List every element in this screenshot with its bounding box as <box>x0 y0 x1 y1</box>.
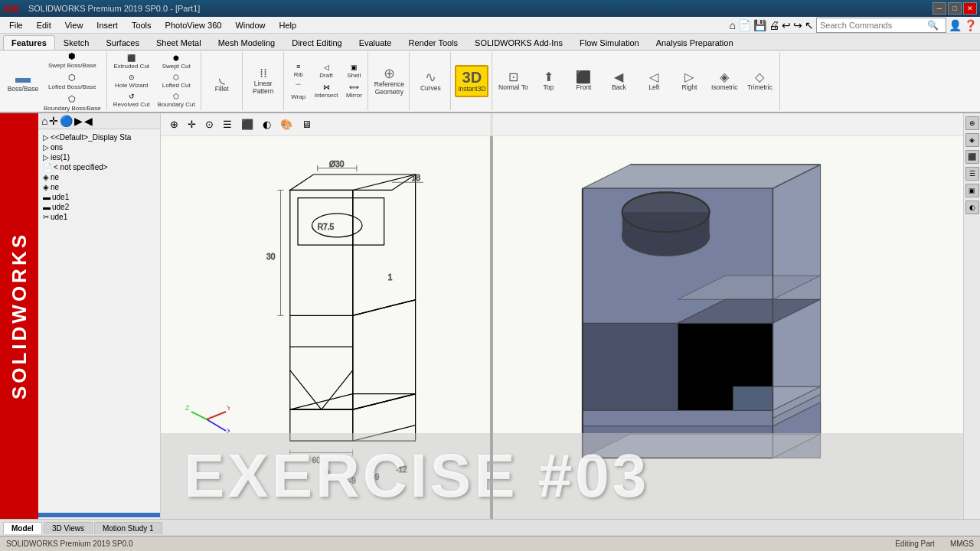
top-view-button[interactable]: ⬆ Top <box>531 70 565 93</box>
right-btn-6[interactable]: ◐ <box>965 201 979 214</box>
draft-button[interactable]: ◁ Draft <box>312 62 341 80</box>
status-units: MMGS <box>950 540 974 548</box>
select-icon[interactable]: ↖ <box>805 19 814 31</box>
tree-item-extrude2[interactable]: ▬ude2 <box>41 202 157 212</box>
tab-sw-addins[interactable]: SOLIDWORKS Add-Ins <box>466 35 571 50</box>
boundary-cut-button[interactable]: ⬠ Boundary Cut <box>155 91 198 109</box>
view-section-icon[interactable]: ⬛ <box>238 117 256 132</box>
menu-file[interactable]: File <box>3 19 29 31</box>
search-input[interactable] <box>820 21 927 30</box>
sidebar-icon3[interactable]: 🔵 <box>60 115 73 127</box>
tab-surfaces[interactable]: Surfaces <box>98 35 148 50</box>
tree-item-cut1[interactable]: ✂ude1 <box>41 212 157 222</box>
viewport[interactable]: ⊕ ✛ ⊙ ☰ ⬛ ◐ 🎨 🖥 <box>161 113 963 519</box>
ref-geometry-button[interactable]: ⊕ Reference Geometry <box>372 65 406 97</box>
view-plane-icon[interactable]: ◐ <box>260 117 274 132</box>
tab-sheet-metal[interactable]: Sheet Metal <box>148 35 210 50</box>
right-btn-5[interactable]: ▣ <box>965 184 979 197</box>
redo-icon[interactable]: ↪ <box>793 19 802 31</box>
resize-handle[interactable] <box>490 113 493 519</box>
tab-render-tools[interactable]: Render Tools <box>400 35 466 50</box>
view-fit-icon[interactable]: ⊙ <box>202 117 217 132</box>
tree-item-front-plane[interactable]: ◈ne <box>41 172 157 182</box>
sidebar-icon1[interactable]: ⌂ <box>41 115 47 127</box>
swept-cut-button[interactable]: ⬢ Swept Cut <box>155 53 198 71</box>
instant3d-button[interactable]: 3D Instant3D <box>455 65 488 97</box>
question-icon[interactable]: ❓ <box>964 19 977 31</box>
save-icon[interactable]: 💾 <box>753 19 766 31</box>
undo-icon[interactable]: ↩ <box>782 19 791 31</box>
lofted-cut-button[interactable]: ⬡ Lofted Cut <box>155 72 198 90</box>
tab-evaluate[interactable]: Evaluate <box>351 35 400 50</box>
sidebar: SOLIDWORKS ⌂ ✛ 🔵 ▶ ◀ ▷<<Default>_Display… <box>0 113 161 519</box>
view-appear-icon[interactable]: 🎨 <box>277 117 296 132</box>
tab-sketch[interactable]: Sketch <box>55 35 98 50</box>
tab-mesh-modeling[interactable]: Mesh Modeling <box>210 35 284 50</box>
back-view-button[interactable]: ◀ Back <box>602 70 635 93</box>
linear-pattern-button[interactable]: ⁞⁞ Linear Pattern <box>247 66 280 96</box>
sidebar-icon2[interactable]: ✛ <box>49 115 58 127</box>
boundary-boss-button[interactable]: ⬠ Boundary Boss/Base <box>41 93 103 113</box>
intersect-button[interactable]: ⋈ Intersect <box>312 82 341 100</box>
menu-photoview[interactable]: PhotoView 360 <box>159 19 228 31</box>
swept-boss-button[interactable]: ⬢ Swept Boss/Base <box>41 51 103 70</box>
tree-item-extrude1[interactable]: ▬ude1 <box>41 192 157 202</box>
tree-item-display[interactable]: ▷<<Default>_Display Sta <box>41 132 157 142</box>
left-view-button[interactable]: ◁ Left <box>637 70 671 93</box>
view-rotate-icon[interactable]: ⊕ <box>167 117 181 132</box>
right-view-button[interactable]: ▷ Right <box>672 70 706 93</box>
close-button[interactable]: ✕ <box>963 2 977 15</box>
minimize-button[interactable]: ─ <box>933 2 946 15</box>
tree-item-sensors[interactable]: ▷ons <box>41 142 157 152</box>
tab-direct-editing[interactable]: Direct Editing <box>283 35 350 50</box>
tab-model[interactable]: Model <box>3 522 42 534</box>
normal-to-button[interactable]: ⊡ Normal To <box>496 70 530 93</box>
wrap-button[interactable]: ⌒ Wrap <box>288 81 309 102</box>
menu-help[interactable]: Help <box>273 19 303 31</box>
revolved-cut-button[interactable]: ↺ Revolved Cut <box>111 91 152 109</box>
right-btn-2[interactable]: ◈ <box>965 133 979 147</box>
sidebar-icon5[interactable]: ◀ <box>84 115 93 127</box>
rib-button[interactable]: ≡ Rib <box>288 61 309 80</box>
tree-item-material[interactable]: 📄< not specified> <box>41 162 157 172</box>
view-display-icon[interactable]: ☰ <box>220 117 235 132</box>
tab-analysis[interactable]: Analysis Preparation <box>648 35 742 50</box>
right-btn-3[interactable]: ⬛ <box>965 150 979 164</box>
view-scene-icon[interactable]: 🖥 <box>299 117 315 132</box>
mirror-button[interactable]: ⟺ Mirror <box>343 82 364 100</box>
menu-insert[interactable]: Insert <box>90 19 124 31</box>
ribbon-tabs: Features Sketch Surfaces Sheet Metal Mes… <box>0 34 980 51</box>
curves-button[interactable]: ∿ Curves <box>413 69 447 93</box>
pattern-group: ⁞⁞ Linear Pattern <box>243 52 284 110</box>
menu-edit[interactable]: Edit <box>31 19 57 31</box>
sidebar-icon4[interactable]: ▶ <box>74 115 83 127</box>
new-icon[interactable]: 📄 <box>738 19 751 31</box>
extruded-cut-button[interactable]: ⬛ Extruded Cut <box>111 53 152 71</box>
tab-features[interactable]: Features <box>3 35 55 50</box>
print-icon[interactable]: 🖨 <box>769 19 779 31</box>
maximize-button[interactable]: □ <box>948 2 962 15</box>
front-view-button[interactable]: ⬛ Front <box>567 70 600 93</box>
extruded-boss-button[interactable]: ▬ Boss/Base <box>6 68 40 94</box>
view-zoom-icon[interactable]: ✛ <box>185 117 199 132</box>
right-btn-4[interactable]: ☰ <box>965 167 979 181</box>
shell-button[interactable]: ▣ Shell <box>343 62 364 80</box>
trimetric-button[interactable]: ◇ Trimetric <box>743 70 776 93</box>
hole-wizard-button[interactable]: ⊙ Hole Wizard <box>111 72 152 90</box>
tree-item-annot[interactable]: ▷ies(1) <box>41 152 157 162</box>
isometric-button[interactable]: ◈ Isometric <box>707 70 741 93</box>
instant3d-group: 3D Instant3D <box>452 52 492 110</box>
fillet-button[interactable]: ◟ Fillet <box>205 68 239 94</box>
tab-3d-views[interactable]: 3D Views <box>44 522 93 534</box>
sidebar-toolbar: ⌂ ✛ 🔵 ▶ ◀ <box>38 113 160 129</box>
home-icon[interactable]: ⌂ <box>730 19 736 31</box>
tab-flow-sim[interactable]: Flow Simulation <box>571 35 648 50</box>
lofted-boss-button[interactable]: ⬡ Lofted Boss/Base <box>41 71 103 92</box>
menu-tools[interactable]: Tools <box>126 19 158 31</box>
right-btn-1[interactable]: ⊕ <box>965 116 979 130</box>
menu-view[interactable]: View <box>59 19 90 31</box>
tab-motion-study[interactable]: Motion Study 1 <box>94 522 162 534</box>
user-icon[interactable]: 👤 <box>949 19 962 31</box>
tree-item-top-plane[interactable]: ◈ne <box>41 182 157 192</box>
menu-window[interactable]: Window <box>229 19 271 31</box>
